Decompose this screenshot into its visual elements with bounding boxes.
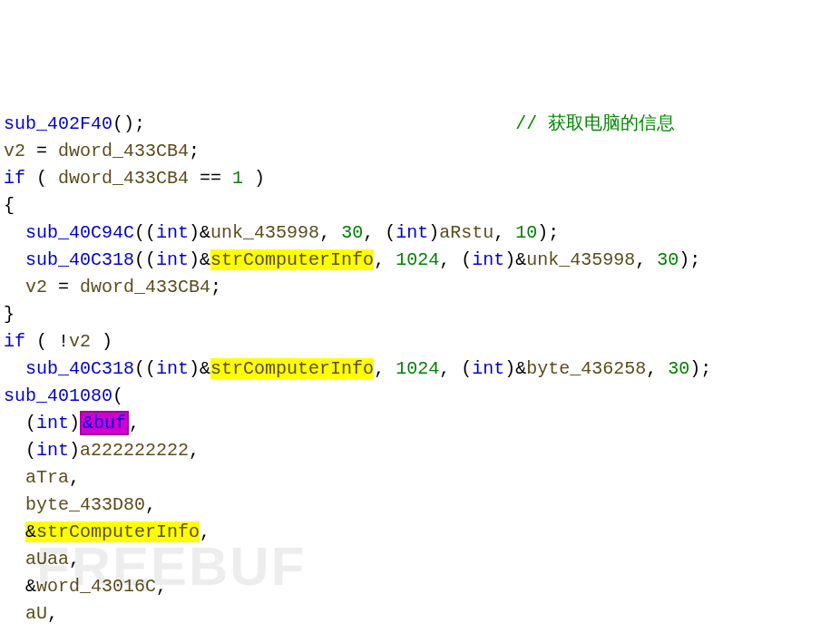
fn-sub_401080: sub_401080: [4, 385, 112, 406]
fn-sub_40C318: sub_40C318: [25, 358, 134, 379]
kw-if: if: [4, 331, 25, 352]
gvar-unk_435998: unk_435998: [526, 249, 635, 270]
gvar-byte_436258: byte_436258: [526, 358, 646, 379]
var-strComputerInfo: strComputerInfo: [210, 358, 374, 379]
gvar-byte_433D80: byte_433D80: [25, 494, 145, 515]
gvar-aRstu: aRstu: [439, 222, 493, 243]
gvar-aTra: aTra: [25, 467, 69, 488]
fn-sub_40C318: sub_40C318: [25, 249, 134, 270]
var-buf: &buf: [80, 411, 129, 435]
gvar-unk_435998: unk_435998: [210, 222, 319, 243]
gvar-dword_433CB4: dword_433CB4: [80, 277, 210, 297]
var-v2: v2: [25, 277, 47, 297]
kw-if: if: [4, 168, 25, 189]
gvar-dword_433CB4: dword_433CB4: [58, 168, 189, 189]
var-v2: v2: [4, 141, 25, 161]
var-strComputerInfo-ref: &strComputerInfo: [25, 521, 200, 542]
gvar-word_43016C: word_43016C: [36, 576, 156, 597]
gvar-aUaa: aUaa: [25, 549, 69, 570]
gvar-a222222222: a222222222: [80, 440, 189, 461]
decompiled-code: sub_402F40(); // 获取电脑的信息 v2 = dword_433C…: [0, 109, 840, 633]
gvar-aU: aU: [25, 603, 47, 624]
var-v2: v2: [69, 331, 91, 352]
fn-sub_402F40: sub_402F40: [4, 113, 112, 134]
var-strComputerInfo: strComputerInfo: [210, 249, 374, 270]
fn-sub_40C94C: sub_40C94C: [25, 222, 134, 243]
gvar-dword_433CB4: dword_433CB4: [58, 141, 189, 161]
comment-get-computer-info: // 获取电脑的信息: [515, 113, 675, 134]
